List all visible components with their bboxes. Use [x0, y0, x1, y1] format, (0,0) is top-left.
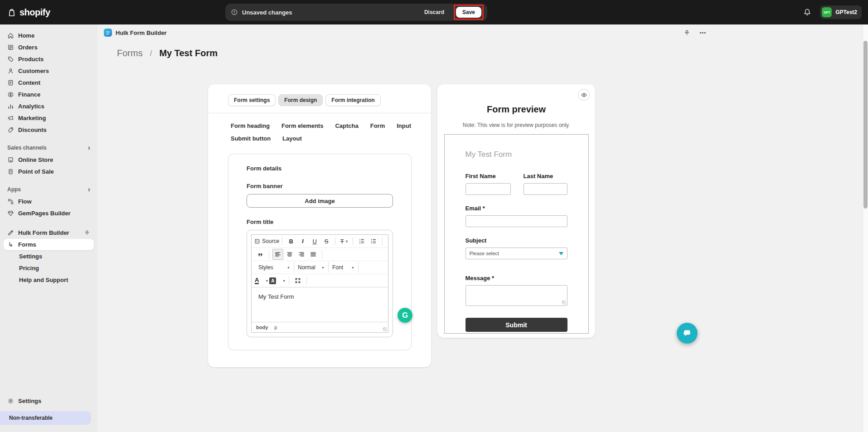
name-fields-row: First Name Last Name — [466, 173, 567, 195]
rte-background-color-button[interactable]: A ▼ — [269, 275, 286, 286]
rte-content-area[interactable]: My Test Form — [252, 287, 388, 322]
rte-blockquote-button[interactable]: ” — [255, 249, 266, 260]
app-title: Hulk Form Builder — [116, 29, 167, 36]
first-name-input[interactable] — [466, 183, 511, 195]
email-input[interactable] — [466, 215, 567, 227]
last-name-input[interactable] — [524, 183, 567, 195]
resize-handle[interactable] — [383, 327, 387, 331]
subtab-layout[interactable]: Layout — [282, 135, 302, 142]
sidebar-section-sales-channels[interactable]: Sales channels › — [4, 143, 94, 153]
preview-visibility-button[interactable] — [578, 89, 590, 101]
submit-button[interactable]: Submit — [466, 318, 567, 332]
sidebar-item-customers[interactable]: Customers — [4, 65, 94, 77]
sidebar-item-analytics[interactable]: Analytics — [4, 101, 94, 112]
shopify-logo[interactable]: shopify — [0, 7, 58, 18]
toolbar-separator — [282, 237, 282, 245]
subtab-form-heading[interactable]: Form heading — [231, 122, 270, 129]
pin-app-button[interactable] — [683, 29, 691, 37]
save-highlight-annotation: Save — [454, 5, 484, 20]
chevron-right-icon[interactable]: › — [88, 186, 90, 193]
subject-select[interactable]: Please select — [466, 248, 567, 259]
sidebar-item-orders[interactable]: Orders — [4, 42, 94, 53]
sidebar-item-forms[interactable]: ↳ Forms — [4, 239, 94, 250]
align-right-icon — [298, 251, 305, 257]
sidebar-item-products[interactable]: Products — [4, 53, 94, 65]
rte-justify-button[interactable] — [308, 249, 319, 260]
sidebar-item-app-settings[interactable]: Settings — [4, 251, 94, 262]
form-preview-frame: My Test Form First Name Last Name Email … — [444, 134, 589, 334]
rte-toolbar-row-4: A ▼ A ▼ — [252, 274, 388, 287]
grammarly-button[interactable]: G — [398, 308, 412, 323]
notifications-button[interactable] — [800, 5, 815, 19]
tab-form-settings[interactable]: Form settings — [228, 94, 276, 106]
caret-down-icon: ▼ — [287, 266, 290, 269]
rte-toolbar-row-1: Source B I U S Tx 123 — [252, 235, 388, 248]
rte-source-button[interactable]: Source — [255, 236, 279, 247]
discard-button[interactable]: Discard — [419, 6, 450, 18]
online-store-icon — [7, 156, 14, 163]
analytics-icon — [7, 103, 14, 110]
subtab-submit-button[interactable]: Submit button — [231, 135, 271, 142]
sidebar-item-marketing[interactable]: Marketing — [4, 112, 94, 124]
sidebar-item-content[interactable]: Content — [4, 77, 94, 88]
chat-bubble-icon — [682, 328, 692, 338]
message-label: Message * — [466, 275, 567, 282]
sidebar-item-help-and-support[interactable]: Help and Support — [4, 274, 94, 286]
sidebar-item-label: Flow — [18, 198, 32, 205]
rte-remove-format-button[interactable]: Tx — [339, 236, 349, 247]
resize-handle[interactable] — [562, 301, 566, 305]
chevron-right-icon[interactable]: › — [88, 144, 90, 151]
sidebar-item-hulk-form-builder[interactable]: Hulk Form Builder — [4, 227, 94, 238]
subtab-input[interactable]: Input — [397, 122, 411, 129]
rte-numbered-list-button[interactable]: 123 — [356, 236, 367, 247]
sidebar-item-gempages-builder[interactable]: GemPages Builder — [4, 208, 94, 219]
rte-text-color-button[interactable]: A ▼ — [255, 275, 268, 286]
sidebar-item-flow[interactable]: Flow — [4, 196, 94, 207]
sidebar-item-pricing[interactable]: Pricing — [4, 262, 94, 274]
chat-widget-button[interactable] — [677, 323, 698, 344]
caret-down-icon: ▼ — [321, 266, 325, 269]
finance-icon — [7, 91, 14, 98]
subtab-form-elements[interactable]: Form elements — [281, 122, 323, 129]
tab-form-design[interactable]: Form design — [278, 94, 323, 106]
subject-select-value: Please select — [470, 251, 499, 256]
account-menu[interactable]: GPT GPTest2 — [820, 5, 862, 19]
sidebar-item-label: Online Store — [18, 156, 53, 163]
rte-align-right-button[interactable] — [296, 249, 307, 260]
sidebar-item-finance[interactable]: Finance — [4, 89, 94, 100]
form-editor-card: Form settings Form design Form integrati… — [208, 84, 431, 367]
rte-font-dropdown[interactable]: Font ▼ — [329, 262, 359, 273]
breadcrumb-forms-link[interactable]: Forms — [117, 48, 143, 58]
rte-align-center-button[interactable] — [284, 249, 295, 260]
rte-maximize-button[interactable] — [292, 275, 303, 286]
sidebar-item-point-of-sale[interactable]: Point of Sale — [4, 166, 94, 177]
page-scrollbar-thumb[interactable] — [863, 41, 868, 209]
breadcrumb-separator: / — [150, 49, 152, 58]
more-actions-button[interactable]: ••• — [698, 29, 707, 36]
rte-format-dropdown[interactable]: Normal ▼ — [294, 262, 329, 273]
rte-align-left-button[interactable] — [272, 249, 283, 260]
rich-text-editor-wrapper: Source B I U S Tx 123 — [247, 230, 393, 337]
sidebar-item-home[interactable]: Home — [4, 30, 94, 41]
rte-path-p[interactable]: p — [274, 325, 277, 330]
pin-icon[interactable] — [84, 230, 90, 236]
save-button[interactable]: Save — [456, 7, 481, 18]
rte-bullet-list-button[interactable] — [368, 236, 379, 247]
subtab-captcha[interactable]: Captcha — [335, 122, 358, 129]
subtab-form[interactable]: Form — [370, 122, 385, 129]
message-textarea[interactable] — [466, 285, 567, 306]
sidebar-item-online-store[interactable]: Online Store — [4, 154, 94, 165]
rte-bold-button[interactable]: B — [286, 236, 296, 247]
tab-form-integration[interactable]: Form integration — [325, 94, 380, 106]
rte-path-body[interactable]: body — [256, 325, 268, 330]
rte-styles-dropdown[interactable]: Styles ▼ — [254, 262, 294, 273]
sidebar-section-apps[interactable]: Apps › — [4, 184, 94, 194]
rte-underline-button[interactable]: U — [309, 236, 320, 247]
section-label: Sales channels — [7, 145, 47, 151]
sidebar-item-discounts[interactable]: Discounts — [4, 124, 94, 136]
rte-italic-button[interactable]: I — [297, 236, 308, 247]
add-image-button[interactable]: Add image — [247, 194, 393, 208]
rte-strikethrough-button[interactable]: S — [321, 236, 332, 247]
sidebar-item-settings[interactable]: Settings — [4, 395, 94, 407]
pin-icon — [684, 29, 690, 36]
